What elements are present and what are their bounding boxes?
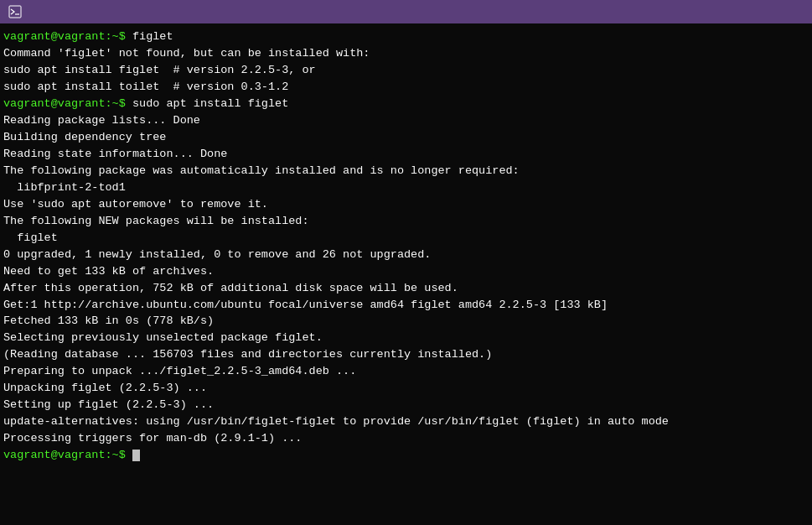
terminal-line: (Reading database ... 156703 files and d… [3, 346, 809, 363]
terminal-icon [8, 5, 22, 18]
terminal-line: libfprint-2-tod1 [3, 179, 809, 196]
terminal-line: Use 'sudo apt autoremove' to remove it. [3, 196, 809, 213]
terminal-line: Processing triggers for man-db (2.9.1-1)… [3, 430, 809, 447]
terminal-line: Unpacking figlet (2.2.5-3) ... [3, 380, 809, 397]
terminal-line: sudo apt install toilet # version 0.3-1.… [3, 79, 809, 96]
cursor [132, 450, 140, 461]
terminal-line: vagrant@vagrant:~$ [3, 447, 809, 464]
terminal-line: update-alternatives: using /usr/bin/figl… [3, 413, 809, 430]
terminal-line: The following package was automatically … [3, 163, 809, 179]
terminal-line: Fetched 133 kB in 0s (778 kB/s) [3, 313, 809, 330]
terminal-line: vagrant@vagrant:~$ sudo apt install figl… [3, 96, 809, 112]
terminal-line: Selecting previously unselected package … [3, 330, 809, 346]
terminal-line: 0 upgraded, 1 newly installed, 0 to remo… [3, 247, 809, 263]
terminal-line: Building dependency tree [3, 129, 809, 146]
terminal-line: The following NEW packages will be insta… [3, 213, 809, 230]
terminal-line: Preparing to unpack .../figlet_2.2.5-3_a… [3, 363, 809, 380]
terminal[interactable]: vagrant@vagrant:~$ figletCommand 'figlet… [0, 23, 812, 525]
terminal-line: Command 'figlet' not found, but can be i… [3, 45, 809, 62]
terminal-line: Setting up figlet (2.2.5-3) ... [3, 397, 809, 413]
terminal-line: After this operation, 752 kB of addition… [3, 280, 809, 297]
title-bar [0, 0, 812, 23]
terminal-line: sudo apt install figlet # version 2.2.5-… [3, 62, 809, 79]
terminal-line: Reading package lists... Done [3, 112, 809, 129]
terminal-line: figlet [3, 230, 809, 247]
terminal-line: Need to get 133 kB of archives. [3, 263, 809, 280]
terminal-line: Get:1 http://archive.ubuntu.com/ubuntu f… [3, 297, 809, 314]
terminal-line: Reading state information... Done [3, 146, 809, 163]
terminal-line: vagrant@vagrant:~$ figlet [3, 29, 809, 45]
